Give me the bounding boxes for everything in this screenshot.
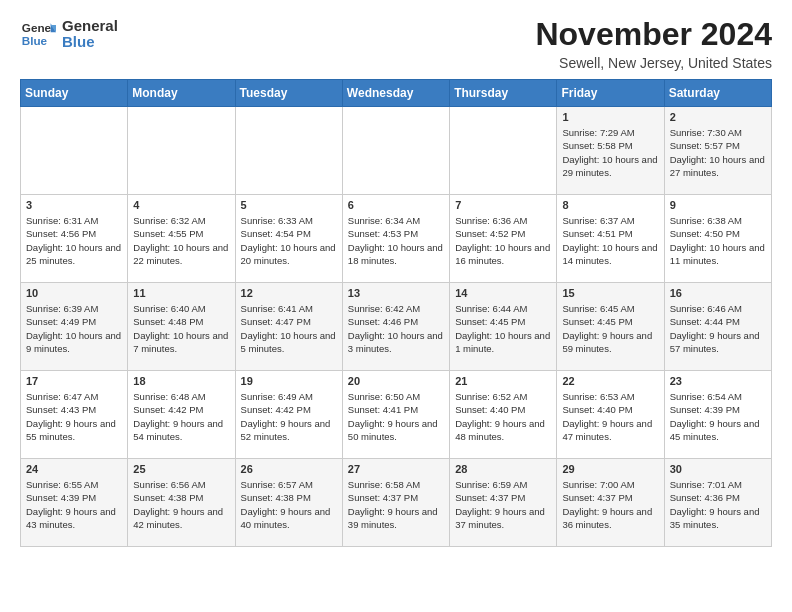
day-info: Sunrise: 6:40 AM Sunset: 4:48 PM Dayligh…	[133, 302, 229, 355]
table-row: 20Sunrise: 6:50 AM Sunset: 4:41 PM Dayli…	[342, 371, 449, 459]
header-day-saturday: Saturday	[664, 80, 771, 107]
day-number: 10	[26, 287, 122, 299]
day-number: 14	[455, 287, 551, 299]
day-info: Sunrise: 6:42 AM Sunset: 4:46 PM Dayligh…	[348, 302, 444, 355]
day-number: 4	[133, 199, 229, 211]
table-row: 18Sunrise: 6:48 AM Sunset: 4:42 PM Dayli…	[128, 371, 235, 459]
day-number: 12	[241, 287, 337, 299]
week-row-2: 3Sunrise: 6:31 AM Sunset: 4:56 PM Daylig…	[21, 195, 772, 283]
day-number: 30	[670, 463, 766, 475]
day-number: 18	[133, 375, 229, 387]
day-info: Sunrise: 6:52 AM Sunset: 4:40 PM Dayligh…	[455, 390, 551, 443]
table-row	[128, 107, 235, 195]
table-row: 6Sunrise: 6:34 AM Sunset: 4:53 PM Daylig…	[342, 195, 449, 283]
table-row: 15Sunrise: 6:45 AM Sunset: 4:45 PM Dayli…	[557, 283, 664, 371]
day-info: Sunrise: 6:48 AM Sunset: 4:42 PM Dayligh…	[133, 390, 229, 443]
day-info: Sunrise: 7:00 AM Sunset: 4:37 PM Dayligh…	[562, 478, 658, 531]
day-number: 2	[670, 111, 766, 123]
day-info: Sunrise: 7:29 AM Sunset: 5:58 PM Dayligh…	[562, 126, 658, 179]
table-row: 2Sunrise: 7:30 AM Sunset: 5:57 PM Daylig…	[664, 107, 771, 195]
day-info: Sunrise: 6:49 AM Sunset: 4:42 PM Dayligh…	[241, 390, 337, 443]
day-number: 28	[455, 463, 551, 475]
day-info: Sunrise: 6:34 AM Sunset: 4:53 PM Dayligh…	[348, 214, 444, 267]
table-row	[342, 107, 449, 195]
day-number: 22	[562, 375, 658, 387]
table-row: 3Sunrise: 6:31 AM Sunset: 4:56 PM Daylig…	[21, 195, 128, 283]
table-row: 11Sunrise: 6:40 AM Sunset: 4:48 PM Dayli…	[128, 283, 235, 371]
header-day-tuesday: Tuesday	[235, 80, 342, 107]
day-info: Sunrise: 6:38 AM Sunset: 4:50 PM Dayligh…	[670, 214, 766, 267]
day-number: 26	[241, 463, 337, 475]
logo-general: General	[62, 18, 118, 35]
table-row: 29Sunrise: 7:00 AM Sunset: 4:37 PM Dayli…	[557, 459, 664, 547]
title-area: November 2024 Sewell, New Jersey, United…	[535, 16, 772, 71]
day-info: Sunrise: 6:32 AM Sunset: 4:55 PM Dayligh…	[133, 214, 229, 267]
header-day-thursday: Thursday	[450, 80, 557, 107]
header-day-wednesday: Wednesday	[342, 80, 449, 107]
calendar: SundayMondayTuesdayWednesdayThursdayFrid…	[20, 79, 772, 547]
day-info: Sunrise: 6:56 AM Sunset: 4:38 PM Dayligh…	[133, 478, 229, 531]
table-row: 16Sunrise: 6:46 AM Sunset: 4:44 PM Dayli…	[664, 283, 771, 371]
day-number: 15	[562, 287, 658, 299]
header-day-sunday: Sunday	[21, 80, 128, 107]
table-row: 10Sunrise: 6:39 AM Sunset: 4:49 PM Dayli…	[21, 283, 128, 371]
week-row-1: 1Sunrise: 7:29 AM Sunset: 5:58 PM Daylig…	[21, 107, 772, 195]
day-info: Sunrise: 6:41 AM Sunset: 4:47 PM Dayligh…	[241, 302, 337, 355]
table-row: 24Sunrise: 6:55 AM Sunset: 4:39 PM Dayli…	[21, 459, 128, 547]
day-info: Sunrise: 6:44 AM Sunset: 4:45 PM Dayligh…	[455, 302, 551, 355]
day-info: Sunrise: 6:45 AM Sunset: 4:45 PM Dayligh…	[562, 302, 658, 355]
day-number: 21	[455, 375, 551, 387]
week-row-5: 24Sunrise: 6:55 AM Sunset: 4:39 PM Dayli…	[21, 459, 772, 547]
table-row	[450, 107, 557, 195]
svg-text:Blue: Blue	[22, 34, 48, 47]
week-row-4: 17Sunrise: 6:47 AM Sunset: 4:43 PM Dayli…	[21, 371, 772, 459]
day-number: 6	[348, 199, 444, 211]
table-row: 1Sunrise: 7:29 AM Sunset: 5:58 PM Daylig…	[557, 107, 664, 195]
table-row: 22Sunrise: 6:53 AM Sunset: 4:40 PM Dayli…	[557, 371, 664, 459]
header-row: SundayMondayTuesdayWednesdayThursdayFrid…	[21, 80, 772, 107]
day-info: Sunrise: 6:36 AM Sunset: 4:52 PM Dayligh…	[455, 214, 551, 267]
day-number: 23	[670, 375, 766, 387]
day-number: 8	[562, 199, 658, 211]
calendar-body: 1Sunrise: 7:29 AM Sunset: 5:58 PM Daylig…	[21, 107, 772, 547]
day-info: Sunrise: 6:47 AM Sunset: 4:43 PM Dayligh…	[26, 390, 122, 443]
day-number: 25	[133, 463, 229, 475]
week-row-3: 10Sunrise: 6:39 AM Sunset: 4:49 PM Dayli…	[21, 283, 772, 371]
table-row: 13Sunrise: 6:42 AM Sunset: 4:46 PM Dayli…	[342, 283, 449, 371]
day-info: Sunrise: 6:59 AM Sunset: 4:37 PM Dayligh…	[455, 478, 551, 531]
location-subtitle: Sewell, New Jersey, United States	[535, 55, 772, 71]
day-info: Sunrise: 6:39 AM Sunset: 4:49 PM Dayligh…	[26, 302, 122, 355]
table-row: 12Sunrise: 6:41 AM Sunset: 4:47 PM Dayli…	[235, 283, 342, 371]
day-info: Sunrise: 6:37 AM Sunset: 4:51 PM Dayligh…	[562, 214, 658, 267]
table-row	[21, 107, 128, 195]
table-row: 17Sunrise: 6:47 AM Sunset: 4:43 PM Dayli…	[21, 371, 128, 459]
day-info: Sunrise: 6:54 AM Sunset: 4:39 PM Dayligh…	[670, 390, 766, 443]
day-number: 20	[348, 375, 444, 387]
day-number: 19	[241, 375, 337, 387]
day-number: 29	[562, 463, 658, 475]
day-number: 16	[670, 287, 766, 299]
table-row: 19Sunrise: 6:49 AM Sunset: 4:42 PM Dayli…	[235, 371, 342, 459]
table-row: 26Sunrise: 6:57 AM Sunset: 4:38 PM Dayli…	[235, 459, 342, 547]
day-info: Sunrise: 7:01 AM Sunset: 4:36 PM Dayligh…	[670, 478, 766, 531]
day-info: Sunrise: 6:50 AM Sunset: 4:41 PM Dayligh…	[348, 390, 444, 443]
day-number: 9	[670, 199, 766, 211]
table-row: 30Sunrise: 7:01 AM Sunset: 4:36 PM Dayli…	[664, 459, 771, 547]
table-row: 27Sunrise: 6:58 AM Sunset: 4:37 PM Dayli…	[342, 459, 449, 547]
day-number: 17	[26, 375, 122, 387]
table-row	[235, 107, 342, 195]
header-day-monday: Monday	[128, 80, 235, 107]
table-row: 14Sunrise: 6:44 AM Sunset: 4:45 PM Dayli…	[450, 283, 557, 371]
table-row: 23Sunrise: 6:54 AM Sunset: 4:39 PM Dayli…	[664, 371, 771, 459]
header-day-friday: Friday	[557, 80, 664, 107]
calendar-header: SundayMondayTuesdayWednesdayThursdayFrid…	[21, 80, 772, 107]
table-row: 28Sunrise: 6:59 AM Sunset: 4:37 PM Dayli…	[450, 459, 557, 547]
table-row: 8Sunrise: 6:37 AM Sunset: 4:51 PM Daylig…	[557, 195, 664, 283]
day-info: Sunrise: 6:57 AM Sunset: 4:38 PM Dayligh…	[241, 478, 337, 531]
logo: General Blue General Blue	[20, 16, 118, 52]
table-row: 7Sunrise: 6:36 AM Sunset: 4:52 PM Daylig…	[450, 195, 557, 283]
logo-blue: Blue	[62, 34, 118, 51]
logo-icon: General Blue	[20, 16, 56, 52]
day-number: 11	[133, 287, 229, 299]
day-number: 5	[241, 199, 337, 211]
